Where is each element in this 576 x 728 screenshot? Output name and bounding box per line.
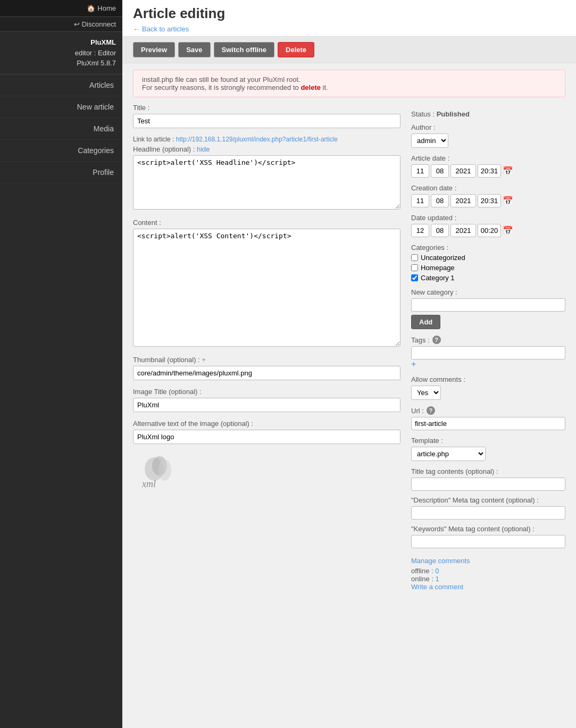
sidebar-disconnect[interactable]: ↩ Disconnect (0, 17, 122, 32)
url-input[interactable] (411, 417, 565, 430)
updated-date-year[interactable] (450, 224, 476, 237)
thumbnail-plus-link[interactable]: + (202, 356, 206, 364)
title-tag-input[interactable] (411, 478, 565, 491)
headline-textarea[interactable]: <script>alert('XSS Headline')</script> (133, 155, 400, 210)
delete-link[interactable]: delete (300, 83, 321, 91)
delete-button[interactable]: Delete (278, 42, 314, 57)
desc-meta-section: "Description" Meta tag content (optional… (411, 496, 565, 520)
offline-count-link[interactable]: 0 (435, 567, 439, 575)
updated-date-time[interactable] (478, 224, 501, 237)
category-category1-row: Category 1 (411, 274, 565, 282)
url-help-icon[interactable]: ? (427, 406, 435, 415)
desc-meta-input[interactable] (411, 506, 565, 520)
tags-help-icon[interactable]: ? (432, 336, 441, 344)
url-label: Url : (411, 407, 424, 415)
app-name: PluXML (6, 37, 116, 48)
content-textarea[interactable]: <script>alert('XSS Content')</script> (133, 229, 400, 347)
creation-date-row: 📅 (411, 194, 565, 207)
status-value: Published (437, 110, 470, 118)
creation-date-month[interactable] (431, 194, 449, 207)
sidebar-item-new-article[interactable]: New article (0, 96, 122, 118)
alt-text-input[interactable] (133, 430, 400, 444)
manage-comments-link[interactable]: Manage comments (411, 557, 565, 565)
sidebar-item-media[interactable]: Media (0, 118, 122, 140)
template-select[interactable]: article.php (411, 447, 486, 461)
thumbnail-input[interactable] (133, 366, 400, 380)
content-label: Content : (133, 219, 400, 227)
template-section: Template : article.php (411, 437, 565, 461)
author-label: Author : (411, 123, 565, 131)
title-tag-label: Title tag contents (optional) : (411, 467, 565, 475)
category-category1-checkbox[interactable] (411, 274, 418, 281)
creation-date-calendar-icon[interactable]: 📅 (503, 196, 513, 206)
tags-plus-link[interactable]: + (411, 359, 565, 369)
category-uncategorized-checkbox[interactable] (411, 254, 418, 261)
manage-comments-section: Manage comments offline : 0 online : 1 W… (411, 557, 565, 591)
article-date-year[interactable] (450, 164, 476, 178)
updated-date-day[interactable] (411, 224, 429, 237)
article-date-time[interactable] (478, 164, 501, 178)
date-updated-field: Date updated : 📅 (411, 214, 565, 237)
date-updated-row: 📅 (411, 224, 565, 237)
content-area: Title : Link to article : http://192.168… (122, 104, 576, 604)
sidebar-home[interactable]: 🏠 Home (0, 0, 122, 17)
sidebar-item-articles[interactable]: Articles (0, 74, 122, 96)
updated-date-month[interactable] (431, 224, 449, 237)
switch-offline-button[interactable]: Switch offline (214, 42, 275, 57)
thumbnail-section: Thumbnail (optional) : + (133, 356, 400, 380)
sidebar-item-profile[interactable]: Profile (0, 162, 122, 183)
image-title-label: Image Title (optional) : (133, 388, 400, 396)
new-category-input[interactable] (411, 298, 565, 312)
tags-label: Tags : (411, 336, 430, 344)
creation-date-time[interactable] (478, 194, 501, 207)
article-url-link[interactable]: http://192.168.1.129/pluxml/index.php?ar… (176, 136, 338, 143)
allow-comments-select[interactable]: Yes No (411, 386, 441, 400)
article-date-month[interactable] (431, 164, 449, 178)
headline-hide-link[interactable]: hide (197, 145, 210, 153)
headline-field-group: Headline (optional) : hide <script>alert… (133, 145, 400, 211)
online-count-link[interactable]: 1 (436, 575, 439, 583)
article-date-field: Article date : 📅 (411, 154, 565, 178)
sidebar-item-categories[interactable]: Categories (0, 140, 122, 162)
image-title-input[interactable] (133, 398, 400, 412)
alert-line2-before: For security reasons, it is strongly rec… (142, 83, 300, 91)
date-updated-label: Date updated : (411, 214, 565, 222)
main-content: Article editing ← Back to articles Previ… (122, 0, 576, 728)
title-input[interactable] (133, 114, 400, 128)
link-label: Link to article : (133, 136, 174, 143)
creation-date-day[interactable] (411, 194, 429, 207)
thumbnail-label: Thumbnail (optional) : + (133, 356, 400, 364)
home-icon: 🏠 (87, 4, 95, 12)
image-title-field-group: Image Title (optional) : (133, 388, 400, 412)
save-button[interactable]: Save (178, 42, 210, 57)
user-role: editor : Editor (6, 48, 116, 58)
offline-label: offline : (411, 567, 433, 575)
updated-date-calendar-icon[interactable]: 📅 (503, 225, 513, 236)
keywords-meta-section: "Keywords" Meta tag content (optional) : (411, 525, 565, 548)
category-homepage-label: Homepage (421, 264, 455, 272)
preview-button[interactable]: Preview (133, 42, 175, 57)
page-title: Article editing (133, 5, 565, 22)
category-homepage-checkbox[interactable] (411, 264, 418, 271)
author-select[interactable]: admin (411, 133, 448, 148)
creation-date-year[interactable] (450, 194, 476, 207)
disconnect-link[interactable]: ↩ Disconnect (74, 20, 116, 28)
write-comment-row: Write a comment (411, 583, 565, 591)
article-date-day[interactable] (411, 164, 429, 178)
home-link[interactable]: 🏠 Home (87, 4, 116, 12)
toolbar: Preview Save Switch offline Delete (122, 37, 576, 63)
article-date-calendar-icon[interactable]: 📅 (503, 166, 513, 176)
add-category-button[interactable]: Add (411, 315, 440, 329)
alt-text-label: Alternative text of the image (optional)… (133, 420, 400, 428)
allow-comments-label: Allow comments : (411, 375, 565, 383)
write-comment-link[interactable]: Write a comment (411, 583, 565, 591)
tags-label-row: Tags : ? (411, 336, 565, 344)
status-label: Status : (411, 110, 435, 118)
keywords-meta-input[interactable] (411, 535, 565, 548)
security-alert: install.php file can still be found at y… (133, 70, 565, 97)
back-to-articles-link[interactable]: ← Back to articles (133, 25, 189, 33)
offline-stat: offline : 0 (411, 567, 565, 575)
sidebar: 🏠 Home ↩ Disconnect PluXML editor : Edit… (0, 0, 122, 728)
tags-input[interactable] (411, 346, 565, 359)
disconnect-icon: ↩ (74, 20, 80, 28)
